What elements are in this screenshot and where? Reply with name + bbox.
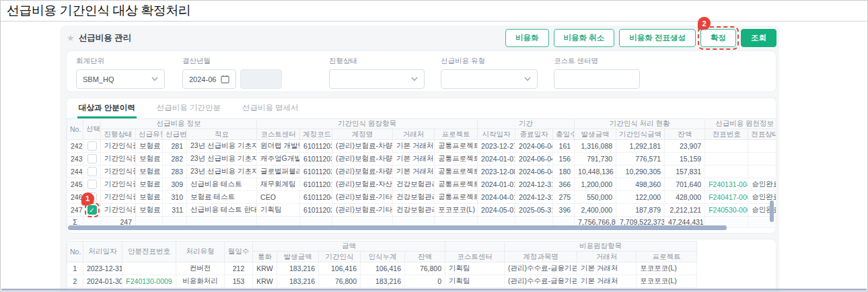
tab-prepaid-statement[interactable]: 선급비용 명세서 [241, 99, 300, 118]
table-row: 244기간인식중보험료28323년 선급비용 기초자료 이관글로벌퍼블리싱팀61… [67, 166, 777, 178]
cell: 76,800 [405, 262, 445, 275]
field-cost-center-name: 코스트 센터명 [554, 57, 640, 89]
cell: 2 [67, 275, 83, 288]
prepaid-type-select[interactable] [441, 69, 538, 89]
cell: 281 [163, 140, 187, 153]
cell: 1,316,088 [575, 140, 616, 153]
cell: 791,730 [575, 153, 616, 166]
cell: 366 [553, 178, 575, 191]
cell: 2023-12-27 [478, 140, 515, 153]
cell: 2024-04-01 [478, 191, 515, 204]
cell: 243 [67, 153, 83, 166]
row-checkbox[interactable]: ✓1 [87, 205, 97, 215]
cell: 310 [163, 191, 187, 204]
column-header: 안분전표번호 [122, 242, 176, 262]
section-header: ★ 선급비용 관리 비용화 비용화 취소 비용화 전표생성 확정 2 조회 [60, 26, 779, 50]
cell: 보험료 [136, 153, 163, 166]
voucher-link[interactable]: F240530-0001 [709, 206, 748, 214]
closing-month-value: 2024-06 [189, 75, 217, 83]
horizontal-scrollbar[interactable] [68, 225, 769, 230]
column-group-header: 비용원장항목 [505, 242, 697, 252]
field-closing-month: 결산년월 2024-06 [182, 57, 282, 89]
row-checkbox[interactable] [87, 180, 97, 189]
expense-voucher-create-button[interactable]: 비용화 전표생성 [619, 29, 696, 47]
voucher-link[interactable]: F240130-0009 [126, 277, 172, 285]
table-row: 246기간인식중보험료310보험료 테스트CEO61011204(관리)보험료-… [67, 191, 777, 204]
cell [122, 262, 176, 275]
cell: 2024-06-04 [515, 166, 553, 178]
cell: 비용화처리 [176, 275, 225, 288]
cell: 61011203 [300, 166, 332, 178]
table-row: 22024-01-30F240130-0009비용화처리153KRW183,21… [67, 275, 697, 288]
column-header: 진행상태 [101, 129, 136, 140]
cell: F240530-0001 [705, 204, 748, 217]
tab-content-panel: 대상과 안분이력 선급비용 기간안분 선급비용 명세서 No.선택선급비용 정보… [66, 98, 776, 233]
cell: 선급비용 테스트 한대욱 240530 [187, 204, 257, 217]
cell: 242 [67, 140, 83, 153]
row-checkbox[interactable] [87, 141, 97, 151]
cell: (관리)보험료-차량보험료 [332, 140, 393, 153]
cell: F240130-0009 [122, 275, 176, 288]
cell: (관리)수수료-금융기관 [505, 275, 577, 288]
row-checkbox[interactable] [87, 167, 97, 176]
cell: 기본 거래처 [393, 153, 435, 166]
column-header: 통화 [253, 252, 277, 262]
progress-status-label: 진행상태 [329, 57, 425, 66]
search-button[interactable]: 조회 [741, 29, 776, 47]
cell: 2024-05-01 [478, 204, 515, 217]
voucher-link[interactable]: F240417-0001 [709, 193, 748, 201]
cell: 2024-01-01 [478, 153, 515, 166]
tab-prepaid-period-allocation[interactable]: 선급비용 기간안분 [155, 99, 222, 118]
cell: 선급비용 테스트 [187, 178, 257, 191]
cell: 23,907 [665, 140, 705, 153]
tab-target-and-history[interactable]: 대상과 안분이력 [77, 99, 137, 118]
cell: 원더랩 개발팀 [257, 140, 300, 153]
cell: 포코포코(L) [435, 204, 478, 217]
column-header: 인식누계 [361, 252, 405, 262]
cell: 498,360 [616, 178, 665, 191]
voucher-link[interactable]: F240131-0041 [709, 180, 748, 188]
cell: 180 [553, 166, 575, 178]
table-row: 12023-12-31컨버전212KRW183,216106,416106,41… [67, 262, 697, 275]
cell: 2023-12-31 [83, 262, 122, 275]
closing-month-input[interactable]: 2024-06 [182, 69, 236, 89]
cell [748, 140, 776, 153]
horizontal-scrollbar-thumb[interactable] [68, 225, 727, 230]
column-group-header: 기간인식 처리 현황 [575, 119, 705, 129]
chevron-down-icon [524, 77, 531, 81]
cell: 309 [163, 178, 187, 191]
cell: 106,416 [319, 262, 361, 275]
field-accounting-unit: 회계단위 SBM_HQ [76, 57, 165, 89]
cell: 기획팀 [445, 262, 505, 275]
cell: 기본 거래처 [393, 140, 435, 153]
cell: 10,448,136 [575, 166, 616, 178]
prepaid-expense-table: No.선택선급비용 정보기간인식 원장항목기간기간인식 처리 현황선급비용 원천… [67, 118, 776, 228]
cell: 공통프로젝트 [435, 153, 478, 166]
cost-center-name-input[interactable] [554, 69, 640, 89]
chevron-down-icon [411, 77, 418, 81]
row-checkbox[interactable] [87, 154, 97, 163]
favorite-star-icon[interactable]: ★ [67, 33, 75, 43]
column-header: 거래처 [393, 129, 435, 140]
expense-button[interactable]: 비용화 [505, 29, 549, 47]
cell: 428,000 [665, 191, 705, 204]
column-header: 시작일자 [478, 129, 515, 140]
column-header: No. [67, 242, 83, 262]
cell: 157,831 [665, 166, 705, 178]
progress-status-select[interactable] [329, 69, 425, 89]
cell: 187,879 [616, 204, 665, 217]
vertical-scrollbar[interactable] [770, 200, 774, 222]
confirm-button[interactable]: 확정 2 [700, 29, 736, 47]
cell: 183,216 [361, 275, 405, 288]
accounting-unit-label: 회계단위 [76, 57, 165, 66]
confirm-button-label: 확정 [711, 34, 726, 42]
expense-cancel-button[interactable]: 비용화 취소 [554, 29, 615, 47]
tabs: 대상과 안분이력 선급비용 기간안분 선급비용 명세서 [67, 98, 776, 118]
cell: 282 [163, 153, 187, 166]
column-header: 전표번호 [705, 129, 748, 140]
column-header: 계정명 [332, 129, 393, 140]
accounting-unit-select[interactable]: SBM_HQ [76, 69, 165, 89]
cell: 건강보험관리공단 [393, 178, 435, 191]
page-bottom-scrollbar[interactable] [1, 289, 867, 291]
cell: 기간인식중 [101, 153, 136, 166]
